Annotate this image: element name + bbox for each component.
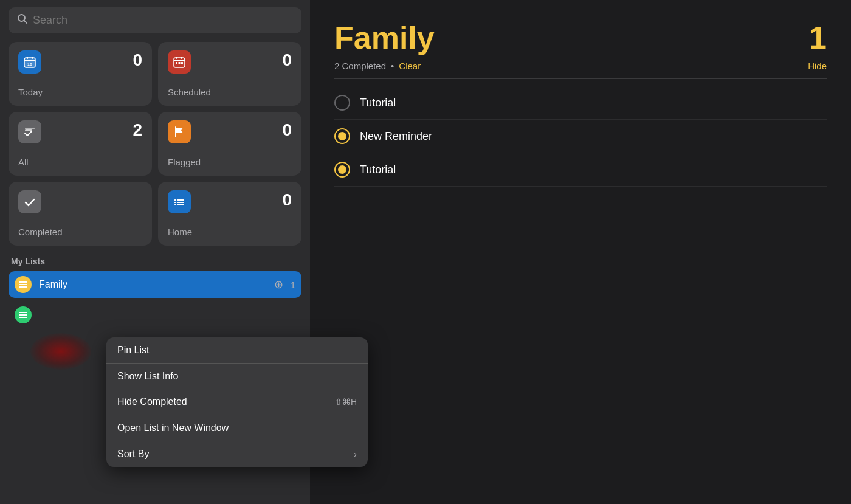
ctx-pin-list-label: Pin List [117, 345, 149, 356]
svg-rect-17 [174, 199, 184, 201]
family-list-name: Family [39, 279, 267, 290]
svg-line-1 [24, 21, 27, 24]
svg-point-21 [176, 202, 177, 203]
svg-rect-28 [19, 317, 27, 318]
smart-card-all[interactable]: 2 All [9, 112, 152, 176]
hide-button[interactable]: Hide [808, 61, 827, 71]
flagged-icon [168, 120, 191, 143]
completed-icon [18, 190, 41, 213]
reminder-item-new-reminder[interactable]: New Reminder [334, 120, 827, 153]
svg-point-20 [176, 199, 177, 201]
reminder-circle-new-reminder[interactable] [334, 128, 350, 144]
sidebar: 16 0 Today [0, 0, 310, 504]
home-count: 0 [282, 190, 292, 210]
main-title: Family [334, 19, 435, 56]
list-item-other[interactable] [9, 302, 301, 328]
svg-rect-13 [179, 62, 181, 64]
red-highlight [30, 333, 91, 370]
smart-card-flagged[interactable]: 0 Flagged [158, 112, 301, 176]
smart-lists-grid: 16 0 Today [9, 42, 301, 246]
reminder-list: Tutorial New Reminder Tutorial [334, 86, 827, 187]
family-list-icon [15, 276, 32, 293]
svg-rect-12 [176, 62, 177, 64]
svg-rect-11 [174, 60, 185, 61]
ctx-pin-list[interactable]: Pin List [106, 337, 368, 363]
svg-text:16: 16 [27, 62, 32, 66]
list-item-family[interactable]: Family ⊕ 1 [9, 271, 301, 298]
my-lists-label: My Lists [9, 257, 301, 266]
main-count: 1 [809, 19, 827, 56]
ctx-open-new-window-label: Open List in New Window [117, 423, 229, 433]
reminder-item-tutorial-1[interactable]: Tutorial [334, 86, 827, 120]
reminder-circle-tutorial-2[interactable] [334, 162, 350, 178]
reminder-circle-tutorial-1[interactable] [334, 95, 350, 111]
smart-card-scheduled[interactable]: 0 Scheduled [158, 42, 301, 106]
search-icon [17, 13, 28, 27]
svg-rect-24 [19, 284, 27, 285]
home-label: Home [168, 227, 292, 237]
reminder-name-new-reminder: New Reminder [360, 130, 432, 143]
svg-rect-5 [32, 57, 33, 59]
ctx-hide-completed-label: Hide Completed [117, 396, 187, 407]
main-content: Family 1 2 Completed • Clear Hide Tutori… [310, 0, 851, 504]
svg-rect-9 [176, 57, 177, 59]
flagged-label: Flagged [168, 157, 292, 167]
svg-rect-25 [19, 286, 27, 288]
ctx-sort-by[interactable]: Sort By › [106, 441, 368, 467]
family-list-count: 1 [291, 280, 295, 290]
smart-card-today[interactable]: 16 0 Today [9, 42, 152, 106]
today-count: 0 [133, 50, 142, 70]
ctx-show-list-info-label: Show List Info [117, 371, 179, 382]
completed-bullet: • [391, 61, 394, 71]
svg-rect-6 [24, 60, 35, 61]
smart-card-home[interactable]: 0 Home [158, 182, 301, 246]
all-icon [18, 120, 41, 143]
search-bar[interactable] [9, 7, 301, 33]
completed-text: 2 Completed [334, 61, 386, 71]
ctx-sort-by-label: Sort By [117, 449, 149, 460]
home-icon [168, 190, 191, 213]
completed-bar: 2 Completed • Clear Hide [334, 61, 827, 79]
today-icon: 16 [18, 50, 41, 74]
search-input[interactable] [33, 14, 293, 27]
svg-rect-23 [19, 281, 27, 283]
reminder-item-tutorial-2[interactable]: Tutorial [334, 153, 827, 187]
ctx-open-new-window[interactable]: Open List in New Window [106, 415, 368, 441]
other-list-icon [15, 306, 32, 323]
scheduled-label: Scheduled [168, 87, 292, 97]
main-header: Family 1 [334, 19, 827, 56]
svg-rect-18 [174, 202, 184, 203]
svg-point-22 [176, 204, 177, 205]
svg-rect-10 [181, 57, 182, 59]
svg-rect-15 [25, 128, 35, 129]
smart-card-completed[interactable]: Completed [9, 182, 152, 246]
scheduled-count: 0 [282, 50, 292, 70]
svg-rect-19 [174, 204, 184, 205]
ctx-sort-by-arrow: › [354, 449, 357, 459]
scheduled-icon [168, 50, 191, 74]
reminder-name-tutorial-1: Tutorial [360, 97, 396, 109]
svg-rect-27 [19, 314, 27, 316]
clear-button[interactable]: Clear [399, 61, 421, 71]
svg-rect-4 [27, 57, 28, 59]
all-label: All [18, 157, 142, 167]
ctx-show-list-info[interactable]: Show List Info [106, 364, 368, 389]
today-label: Today [18, 87, 142, 97]
svg-rect-14 [181, 62, 183, 64]
ctx-hide-completed-shortcut: ⇧⌘H [335, 397, 357, 407]
context-menu: Pin List Show List Info Hide Completed ⇧… [106, 337, 368, 467]
ctx-hide-completed[interactable]: Hide Completed ⇧⌘H [106, 389, 368, 415]
completed-label: Completed [18, 227, 142, 237]
svg-rect-26 [19, 312, 27, 313]
flagged-count: 0 [282, 120, 292, 140]
reminder-name-tutorial-2: Tutorial [360, 164, 396, 176]
all-count: 2 [133, 120, 142, 140]
family-list-more[interactable]: ⊕ [274, 278, 283, 291]
